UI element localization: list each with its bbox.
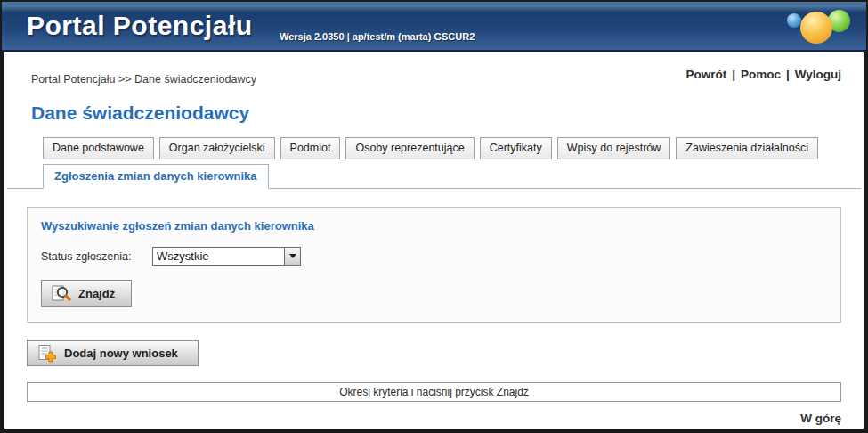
tab-zawieszenia-dzialalnosci[interactable]: Zawieszenia działalności (676, 137, 818, 159)
top-links: Powrót|Pomoc|Wyloguj (685, 68, 841, 81)
search-document-icon (51, 284, 72, 304)
tab-osoby-reprezentujace[interactable]: Osoby reprezentujące (345, 137, 474, 159)
link-separator: | (732, 68, 735, 81)
tab-bar-row2: Zgłoszenia zmian danych kierownika (7, 163, 861, 189)
breadcrumb-row: Portal Potencjału >> Dane świadczeniodaw… (27, 52, 841, 88)
add-request-button-label: Dodaj nowy wniosek (64, 347, 178, 360)
status-field-row: Status zgłoszenia: Wszystkie (41, 247, 827, 266)
to-top-link[interactable]: W górę (800, 412, 841, 425)
search-panel-heading: Wyszukiwanie zgłoszeń zmian danych kiero… (41, 219, 827, 233)
tab-certyfikaty[interactable]: Certyfikaty (480, 137, 552, 159)
chevron-down-icon (289, 254, 296, 258)
link-separator: | (786, 68, 790, 81)
tab-bar: Dane podstawowe Organ założycielski Podm… (43, 137, 841, 159)
tab-organ-zalozycielski[interactable]: Organ założycielski (159, 137, 275, 159)
nfz-logo-balls-icon (782, 2, 857, 52)
find-button-label: Znajdź (78, 287, 115, 300)
tab-dane-podstawowe[interactable]: Dane podstawowe (43, 137, 154, 159)
blue-ball-icon (787, 13, 801, 28)
results-message-bar: Określ kryteria i naciśnij przycisk Znaj… (27, 382, 841, 402)
status-select-value: Wszystkie (153, 248, 284, 265)
app-version-user: Wersja 2.0350 | ap/test/m (marta) GSCUR2 (280, 31, 475, 42)
status-label: Status zgłoszenia: (41, 250, 152, 263)
app-header: Portal Potencjału Wersja 2.0350 | ap/tes… (2, 2, 866, 52)
document-plus-icon (37, 344, 58, 364)
help-link[interactable]: Pomoc (741, 68, 781, 81)
status-select-button[interactable] (284, 248, 300, 265)
page-title: Dane świadczeniodawcy (31, 102, 841, 124)
tab-zgloszenia-zmian-kierownika[interactable]: Zgłoszenia zmian danych kierownika (43, 164, 269, 189)
page-frame: Portal Potencjału Wersja 2.0350 | ap/tes… (0, 0, 868, 433)
breadcrumb: Portal Potencjału >> Dane świadczeniodaw… (31, 73, 256, 86)
orange-ball-icon (800, 12, 832, 44)
find-button[interactable]: Znajdź (41, 280, 132, 307)
to-top-row: W górę (27, 412, 841, 425)
search-panel: Wyszukiwanie zgłoszeń zmian danych kiero… (27, 207, 841, 323)
tab-wpisy-do-rejestrow[interactable]: Wpisy do rejestrów (557, 137, 671, 159)
logout-link[interactable]: Wyloguj (795, 68, 841, 81)
app-title: Portal Potencjału (27, 11, 253, 41)
tab-podmiot[interactable]: Podmiot (280, 137, 341, 159)
back-link[interactable]: Powrót (685, 68, 726, 81)
status-select[interactable]: Wszystkie (152, 247, 301, 266)
add-request-button[interactable]: Dodaj nowy wniosek (27, 340, 199, 366)
content-area: Portal Potencjału >> Dane świadczeniodaw… (4, 52, 864, 429)
